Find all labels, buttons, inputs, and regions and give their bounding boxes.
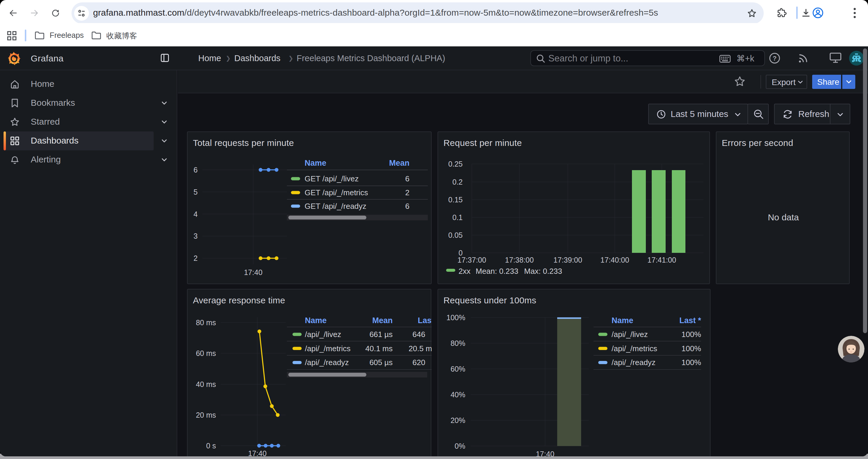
svg-text:/api/_/readyz: /api/_/readyz xyxy=(305,358,349,367)
svg-text:Mean: Mean xyxy=(389,159,409,167)
svg-text:80%: 80% xyxy=(451,339,465,347)
svg-text:661 µs: 661 µs xyxy=(369,330,393,339)
svg-text:17:38:00: 17:38:00 xyxy=(505,256,533,264)
svg-text:2: 2 xyxy=(193,254,198,262)
svg-text:/api/_/metrics: /api/_/metrics xyxy=(612,344,657,353)
svg-text:Name: Name xyxy=(305,159,327,167)
svg-text:17:40:00: 17:40:00 xyxy=(600,256,629,264)
svg-text:Max: 0.233: Max: 0.233 xyxy=(524,267,562,275)
svg-text:2: 2 xyxy=(405,188,409,197)
svg-text:20 ms: 20 ms xyxy=(196,411,216,419)
svg-text:0.15: 0.15 xyxy=(448,196,463,204)
svg-text:20.5 ms: 20.5 ms xyxy=(409,344,432,353)
svg-text:620: 620 xyxy=(412,358,425,367)
svg-text:Last *: Last * xyxy=(679,316,701,325)
svg-text:17:37:00: 17:37:00 xyxy=(457,256,486,264)
svg-text:80 ms: 80 ms xyxy=(196,319,216,327)
svg-text:17:39:00: 17:39:00 xyxy=(553,256,582,264)
svg-text:Name: Name xyxy=(305,316,327,325)
svg-text:GET /api/_/readyz: GET /api/_/readyz xyxy=(305,202,366,210)
svg-text:Last *: Last * xyxy=(418,316,432,325)
svg-text:GET /api/_/metrics: GET /api/_/metrics xyxy=(305,188,368,197)
svg-text:/api/_/livez: /api/_/livez xyxy=(612,330,648,339)
svg-text:/api/_/metrics: /api/_/metrics xyxy=(305,344,351,353)
svg-text:4: 4 xyxy=(193,210,198,218)
svg-text:100%: 100% xyxy=(446,314,465,322)
svg-text:Mean: Mean xyxy=(372,316,393,325)
svg-text:40%: 40% xyxy=(451,391,465,399)
svg-text:GET /api/_/livez: GET /api/_/livez xyxy=(305,174,359,183)
svg-text:605 µs: 605 µs xyxy=(369,358,393,367)
svg-text:0%: 0% xyxy=(455,442,465,450)
svg-text:6: 6 xyxy=(193,166,198,174)
svg-text:40 ms: 40 ms xyxy=(196,380,216,388)
svg-text:Name: Name xyxy=(612,316,633,325)
svg-text:100%: 100% xyxy=(682,358,701,367)
svg-text:17:40: 17:40 xyxy=(536,450,555,456)
svg-text:6: 6 xyxy=(405,202,409,210)
svg-text:100%: 100% xyxy=(682,344,701,353)
svg-text:40.1 ms: 40.1 ms xyxy=(366,344,393,353)
svg-text:60 ms: 60 ms xyxy=(196,349,216,357)
svg-text:?: ? xyxy=(773,55,776,62)
svg-text:60%: 60% xyxy=(451,365,465,373)
svg-text:0.25: 0.25 xyxy=(448,160,463,168)
svg-text:20%: 20% xyxy=(451,416,465,424)
svg-text:2xx: 2xx xyxy=(459,267,470,275)
svg-text:6: 6 xyxy=(405,174,409,183)
svg-text:/api/_/readyz: /api/_/readyz xyxy=(612,358,656,367)
svg-text:17:40: 17:40 xyxy=(248,449,267,456)
svg-text:100%: 100% xyxy=(682,330,701,339)
svg-text:17:41:00: 17:41:00 xyxy=(647,256,676,264)
svg-text:0.1: 0.1 xyxy=(452,213,463,222)
svg-text:17:40: 17:40 xyxy=(244,268,262,276)
svg-text:0 s: 0 s xyxy=(206,441,216,450)
svg-text:0.2: 0.2 xyxy=(452,178,463,186)
svg-text:Mean: 0.233: Mean: 0.233 xyxy=(476,267,519,275)
svg-text:0.05: 0.05 xyxy=(448,231,463,239)
svg-text:5: 5 xyxy=(193,188,198,196)
svg-text:3: 3 xyxy=(193,232,198,240)
svg-text:646: 646 xyxy=(412,330,425,339)
svg-text:/api/_/livez: /api/_/livez xyxy=(305,330,341,339)
